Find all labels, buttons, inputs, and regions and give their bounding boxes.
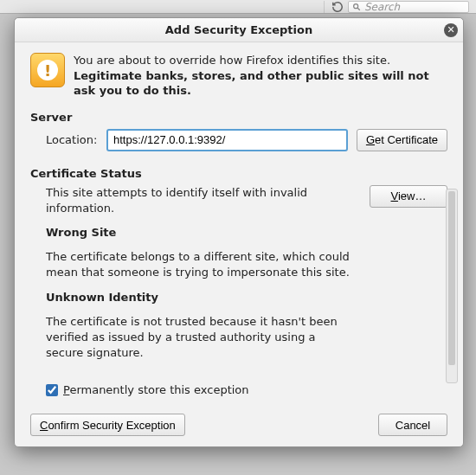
scrollbar[interactable] [446,189,458,384]
server-heading: Server [30,111,447,124]
search-icon [352,3,361,11]
dialog-titlebar: Add Security Exception ✕ [15,18,463,42]
intro-line2: Legitimate banks, stores, and other publ… [74,68,447,99]
permanent-store-row: Permanently store this exception [30,383,447,396]
server-row: Location: Get Certificate [30,129,447,151]
close-button[interactable]: ✕ [444,23,458,37]
status-area: This site attempts to identify itself wi… [30,185,447,370]
permanent-store-label[interactable]: Permanently store this exception [63,383,249,396]
svg-line-1 [357,8,360,10]
search-field[interactable]: Search [348,1,469,13]
location-label: Location: [46,133,98,146]
dialog-button-row: Confirm Security Exception Cancel [30,414,447,436]
wrong-site-head: Wrong Site [46,225,352,241]
dialog-title: Add Security Exception [165,23,312,36]
permanent-store-checkbox[interactable] [46,384,58,396]
location-input[interactable] [106,129,348,151]
intro-text: You are about to override how Firefox id… [74,53,447,99]
view-button[interactable]: View… [370,185,447,208]
get-certificate-button[interactable]: Get Certificate [357,129,447,151]
status-intro: This site attempts to identify itself wi… [46,185,352,216]
status-heading: Certificate Status [30,167,447,180]
svg-point-0 [354,3,358,8]
dialog-content: ! You are about to override how Firefox … [15,42,463,446]
unknown-identity-head: Unknown Identity [46,290,352,305]
security-exception-dialog: Add Security Exception ✕ ! You are about… [14,17,464,447]
cancel-button[interactable]: Cancel [378,414,447,436]
status-text: This site attempts to identify itself wi… [30,185,352,370]
close-icon: ✕ [447,25,454,35]
intro-row: ! You are about to override how Firefox … [30,53,447,99]
reload-icon[interactable] [324,1,344,13]
intro-line1: You are about to override how Firefox id… [74,53,447,68]
confirm-exception-button[interactable]: Confirm Security Exception [30,414,185,436]
browser-toolbar: Search [0,0,476,14]
unknown-identity-body: The certificate is not trusted because i… [46,314,352,362]
wrong-site-body: The certificate belongs to a different s… [46,249,352,280]
warning-icon: ! [30,53,65,87]
search-placeholder: Search [364,1,400,13]
